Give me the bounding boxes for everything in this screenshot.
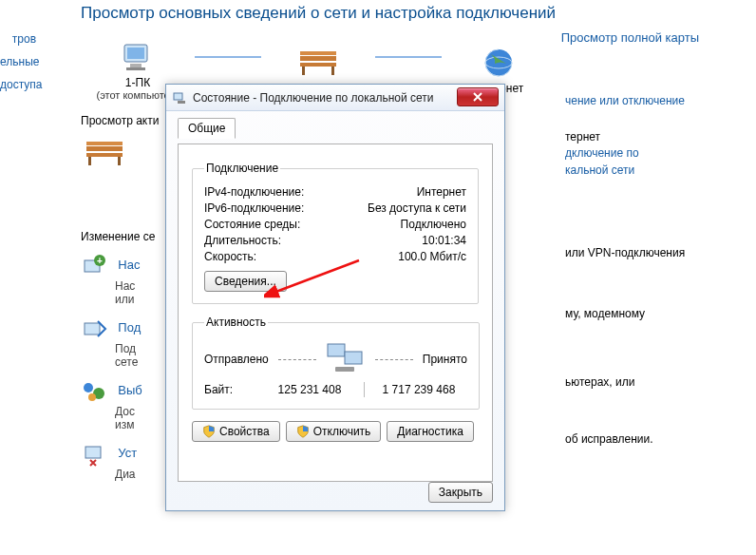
troubleshoot-icon: [81, 441, 107, 468]
sidebar-fragment: тров ельные доступа: [0, 0, 38, 99]
network-adapter-icon: [172, 90, 187, 105]
svg-text:+: +: [97, 256, 103, 266]
received-label: Принято: [423, 353, 467, 366]
connect-disconnect-link[interactable]: чение или отключение: [565, 94, 685, 107]
two-pc-icon: [326, 342, 366, 376]
page-title: Просмотр основных сведений о сети и наст…: [81, 4, 756, 23]
ipv6-value: Без доступа к сети: [368, 201, 466, 215]
svg-rect-25: [178, 101, 185, 104]
svg-rect-13: [88, 157, 91, 165]
bytes-label: Байт:: [204, 383, 261, 396]
svg-rect-1: [127, 48, 144, 59]
view-full-map-link[interactable]: Просмотр полной карты: [561, 30, 699, 45]
svg-rect-23: [85, 447, 101, 458]
bytes-sent-value: 125 231 408: [261, 383, 358, 396]
svg-rect-2: [130, 64, 142, 67]
details-button[interactable]: Сведения...: [204, 271, 287, 292]
svg-rect-6: [302, 67, 305, 75]
speed-value: 100.0 Мбит/с: [398, 250, 466, 263]
ipv4-value: Интернет: [417, 185, 466, 199]
tab-general[interactable]: Общие: [178, 118, 236, 139]
ipv6-label: IPv6-подключение:: [204, 201, 304, 215]
dialog-title: Состояние - Подключение по локальной сет…: [193, 91, 434, 105]
disable-button[interactable]: Отключить: [286, 421, 382, 442]
homegroup-icon: [81, 378, 107, 405]
svg-rect-26: [328, 344, 345, 356]
bytes-received-value: 1 717 239 468: [370, 383, 467, 396]
svg-rect-28: [335, 367, 354, 372]
svg-rect-4: [300, 56, 336, 61]
svg-rect-11: [86, 146, 123, 151]
svg-rect-24: [174, 93, 182, 100]
pc-icon: [81, 40, 195, 74]
new-connection-icon: +: [81, 253, 107, 279]
connection-group: Подключение IPv4-подключение:Интернет IP…: [192, 162, 479, 304]
connect-network-link[interactable]: Под: [118, 320, 141, 335]
svg-rect-12: [86, 153, 123, 157]
duration-label: Длительность:: [204, 234, 281, 247]
globe-icon: [442, 46, 556, 80]
lan-connection-link[interactable]: дключение по: [565, 145, 639, 162]
svg-point-20: [84, 383, 93, 392]
svg-point-22: [88, 393, 96, 401]
connection-status-dialog: Состояние - Подключение по локальной сет…: [165, 84, 505, 511]
activity-group: Активность Отправлено Принято Байт: 125 …: [192, 316, 480, 410]
setup-connection-link[interactable]: Нас: [118, 258, 140, 272]
connect-network-icon: [81, 316, 107, 342]
media-state-label: Состояние среды:: [204, 218, 300, 231]
svg-rect-3: [126, 67, 145, 70]
speed-label: Скорость:: [204, 250, 256, 263]
svg-rect-7: [331, 67, 334, 75]
bench-icon: [261, 46, 375, 80]
duration-value: 10:01:34: [422, 234, 466, 247]
svg-rect-19: [85, 323, 100, 335]
svg-rect-5: [300, 63, 336, 67]
properties-button[interactable]: Свойства: [192, 421, 280, 442]
diagnose-button[interactable]: Диагностика: [387, 421, 474, 442]
ipv4-label: IPv4-подключение:: [204, 185, 304, 199]
shield-icon: [202, 425, 216, 438]
svg-rect-14: [118, 157, 121, 165]
homegroup-link[interactable]: Выб: [118, 383, 142, 397]
shield-icon: [296, 425, 310, 438]
svg-rect-8: [300, 51, 336, 55]
sent-label: Отправлено: [204, 353, 269, 366]
close-icon: [472, 91, 483, 103]
close-dialog-button[interactable]: Закрыть: [428, 482, 493, 503]
troubleshoot-link[interactable]: Уст: [118, 446, 137, 460]
svg-rect-15: [86, 142, 123, 145]
close-button[interactable]: [457, 87, 499, 106]
media-state-value: Подключено: [401, 218, 466, 231]
lan-connection-link-2[interactable]: кальной сети: [565, 163, 639, 179]
access-type-fragment: тернет: [565, 129, 639, 145]
svg-rect-27: [345, 352, 362, 364]
bench-icon: [81, 135, 128, 173]
